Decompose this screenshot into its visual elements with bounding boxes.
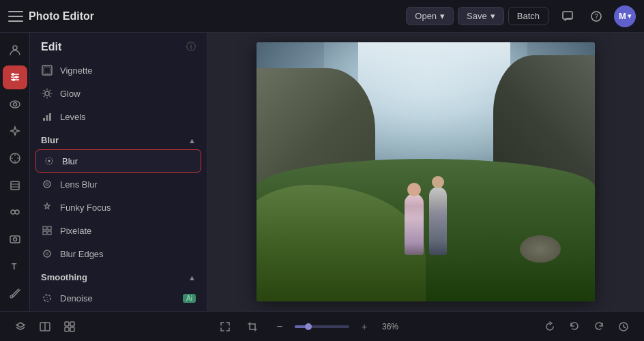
compare-icon-button[interactable] — [35, 317, 55, 336]
save-button[interactable]: Save ▾ — [458, 7, 504, 25]
panel-header: Edit ⓘ — [30, 33, 207, 59]
sidebar-btn-adjust[interactable] — [3, 65, 27, 90]
sidebar-btn-effects[interactable] — [3, 146, 27, 170]
svg-rect-44 — [70, 322, 74, 326]
panel-scroll[interactable]: Vignette Glow — [30, 59, 207, 311]
funky-focus-icon — [41, 201, 53, 213]
fit-view-button[interactable] — [216, 317, 235, 336]
bottom-center-tools: − + 36% — [216, 317, 404, 336]
blur-icon — [43, 155, 55, 167]
svg-point-29 — [48, 160, 50, 162]
photo-background — [257, 42, 595, 301]
redo-button[interactable] — [589, 317, 609, 336]
zoom-in-button[interactable]: + — [355, 317, 374, 336]
vignette-icon — [41, 64, 53, 76]
menu-item-glow[interactable]: Glow — [30, 82, 207, 105]
svg-rect-23 — [44, 67, 50, 74]
svg-rect-43 — [65, 322, 69, 326]
menu-item-pixelate[interactable]: Pixelate — [30, 219, 207, 242]
svg-point-38 — [46, 252, 49, 256]
sidebar-btn-magic[interactable] — [3, 119, 27, 144]
blur-edges-icon — [41, 248, 53, 260]
chat-icon-button[interactable] — [557, 5, 579, 27]
svg-rect-34 — [48, 226, 51, 230]
sidebar-btn-person[interactable] — [3, 38, 27, 63]
svg-point-11 — [13, 102, 16, 106]
svg-point-24 — [45, 91, 49, 95]
layers-icon-button[interactable] — [11, 317, 30, 336]
grid-icon-button[interactable] — [60, 317, 79, 336]
help-icon-button[interactable]: ? — [585, 5, 607, 27]
chevron-down-icon: ▾ — [628, 12, 631, 20]
svg-point-9 — [12, 78, 15, 81]
avatar[interactable]: M ▾ — [614, 5, 636, 27]
couple-figure — [405, 187, 447, 255]
rotate-button[interactable] — [540, 317, 559, 336]
denoise-icon — [41, 292, 53, 304]
menu-item-levels[interactable]: Levels — [30, 105, 207, 128]
svg-rect-18 — [10, 236, 20, 243]
svg-point-3 — [13, 46, 17, 50]
zoom-track[interactable] — [295, 325, 349, 328]
section-smoothing-header[interactable]: Smoothing ▲ — [30, 265, 207, 286]
svg-rect-33 — [43, 226, 46, 230]
svg-point-7 — [15, 76, 18, 78]
app-title: Photo Editor — [29, 10, 94, 23]
batch-button[interactable]: Batch — [508, 7, 548, 25]
svg-rect-27 — [49, 113, 51, 121]
menu-icon[interactable] — [8, 11, 23, 22]
menu-item-lens-blur[interactable]: Lens Blur — [30, 173, 207, 196]
svg-point-19 — [13, 237, 16, 241]
sidebar-btn-brush[interactable] — [3, 281, 27, 306]
info-icon[interactable]: ⓘ — [186, 41, 196, 53]
lens-blur-icon — [41, 178, 53, 190]
svg-rect-13 — [11, 181, 19, 190]
menu-item-blur[interactable]: Blur — [35, 149, 201, 173]
menu-item-funky-focus[interactable]: Funky Focus — [30, 196, 207, 219]
svg-point-10 — [10, 101, 20, 108]
glow-icon — [41, 87, 53, 100]
crop-fit-button[interactable] — [243, 317, 262, 336]
main-area: T Edit ⓘ Vignette — [0, 33, 644, 311]
zoom-controls: − + — [270, 317, 374, 336]
panel-title: Edit — [41, 41, 61, 53]
blur-chevron-icon: ▲ — [188, 136, 196, 145]
svg-rect-25 — [43, 118, 45, 121]
zoom-thumb[interactable] — [305, 323, 312, 330]
svg-rect-45 — [65, 327, 69, 331]
svg-point-16 — [11, 210, 15, 214]
sidebar-btn-layer[interactable] — [3, 173, 27, 198]
sidebar-btn-group[interactable] — [3, 201, 27, 225]
menu-item-denoise[interactable]: Denoise Ai — [30, 286, 207, 310]
left-panel: Edit ⓘ Vignette — [30, 33, 207, 311]
history-button[interactable] — [614, 317, 633, 336]
pixelate-icon — [41, 224, 53, 237]
canvas-area — [207, 33, 644, 311]
zoom-out-button[interactable]: − — [270, 317, 289, 336]
open-button[interactable]: Open ▾ — [406, 7, 454, 25]
smoothing-chevron-icon: ▲ — [188, 273, 196, 282]
svg-point-5 — [12, 73, 14, 76]
levels-icon — [41, 110, 53, 123]
chevron-down-icon: ▾ — [491, 11, 495, 21]
menu-item-vignette[interactable]: Vignette — [30, 59, 207, 82]
menu-item-blur-edges[interactable]: Blur Edges — [30, 242, 207, 265]
svg-rect-35 — [43, 231, 46, 235]
topbar-right: ? M ▾ — [557, 5, 636, 27]
sidebar-btn-eye[interactable] — [3, 92, 27, 117]
sidebar-btn-text[interactable]: T — [3, 254, 27, 279]
svg-text:?: ? — [594, 13, 598, 20]
chevron-down-icon: ▾ — [440, 11, 445, 21]
svg-text:T: T — [12, 262, 17, 271]
svg-rect-46 — [70, 327, 74, 331]
ai-badge: Ai — [183, 294, 196, 303]
section-blur-header[interactable]: Blur ▲ — [30, 128, 207, 149]
undo-button[interactable] — [565, 317, 584, 336]
icon-sidebar: T — [0, 33, 30, 311]
topbar-left: Photo Editor — [8, 10, 398, 23]
bottom-right-tools — [540, 317, 633, 336]
topbar: Photo Editor Open ▾ Save ▾ Batch ? M ▾ — [0, 0, 644, 33]
photo-canvas — [257, 42, 595, 301]
svg-rect-26 — [46, 115, 48, 121]
sidebar-btn-photo[interactable] — [3, 227, 27, 252]
